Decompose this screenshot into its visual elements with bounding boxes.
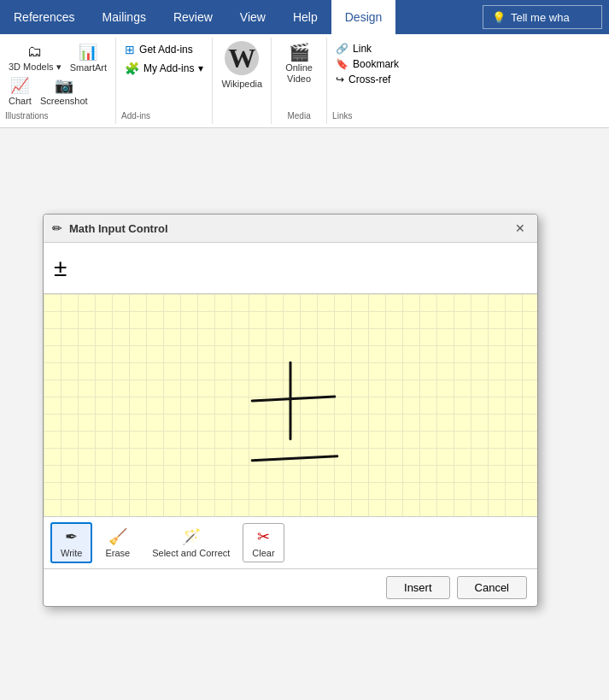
dialog-title-icon: ✏ <box>52 221 62 235</box>
erase-icon: 🧹 <box>108 527 127 546</box>
write-icon: ✒ <box>65 527 78 546</box>
canvas-svg <box>44 294 537 516</box>
drawing-canvas[interactable] <box>44 294 537 516</box>
clear-button[interactable]: ✂ Clear <box>243 523 284 562</box>
dialog-title: Math Input Control <box>69 222 505 235</box>
clear-icon: ✂ <box>257 527 270 546</box>
write-tool-button[interactable]: ✒ Write <box>50 522 92 563</box>
dialog-toolbar: ✒ Write 🧹 Erase 🪄 Select and Correct ✂ C… <box>44 516 537 568</box>
select-correct-icon: 🪄 <box>182 527 201 546</box>
write-label: Write <box>61 548 82 558</box>
dialog-overlay: ✏ Math Input Control ✕ ± ✒ Write <box>0 0 609 700</box>
erase-label: Erase <box>105 548 130 558</box>
dialog-close-button[interactable]: ✕ <box>512 220 529 237</box>
clear-label: Clear <box>252 548 274 558</box>
dialog-preview: ± <box>44 243 537 294</box>
math-input-dialog: ✏ Math Input Control ✕ ± ✒ Write <box>43 214 538 607</box>
erase-tool-button[interactable]: 🧹 Erase <box>96 523 139 562</box>
svg-line-1 <box>252 397 335 401</box>
select-correct-label: Select and Correct <box>152 548 230 558</box>
svg-line-2 <box>252 456 337 461</box>
preview-symbol: ± <box>54 255 67 282</box>
insert-button[interactable]: Insert <box>386 576 450 599</box>
cancel-button[interactable]: Cancel <box>457 576 527 599</box>
dialog-footer: Insert Cancel <box>44 568 537 606</box>
select-correct-button[interactable]: 🪄 Select and Correct <box>143 523 239 562</box>
dialog-titlebar: ✏ Math Input Control ✕ <box>44 215 537 243</box>
